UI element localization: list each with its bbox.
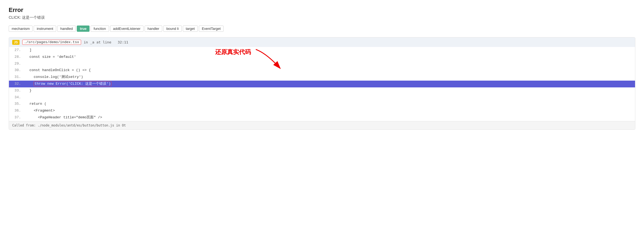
code-line-7: 33. } (9, 87, 635, 94)
called-from-bar: Called from: ./node_modules/antd/es/butt… (9, 121, 635, 129)
file-path: ./src/pages/demo/index.tsx (22, 40, 81, 45)
line-number-8: 34. (9, 95, 25, 100)
js-badge: JS (12, 40, 20, 45)
line-content-7: } (25, 88, 635, 94)
code-line-9: 35. return ( (9, 101, 635, 107)
code-area: 27. ]28. const size = 'default'29.30. co… (9, 47, 635, 121)
line-content-10: <Fragment> (25, 108, 635, 114)
line-content-6: throw new Error('CLICK: 这是一个错误') (25, 81, 635, 87)
code-line-6: 32. throw new Error('CLICK: 这是一个错误') (9, 81, 635, 87)
stack-frame: JS ./src/pages/demo/index.tsx in _a at l… (9, 37, 635, 130)
tag-key-mechanism: mechanism (9, 26, 33, 32)
main-container: Error CLICK: 这是一个错误 mechanisminstrumenth… (0, 0, 644, 247)
tags-row: mechanisminstrumenthandledtruefunctionad… (9, 26, 635, 32)
line-number-4: 30. (9, 68, 25, 73)
code-line-5: 31. console.log('测试setry') (9, 74, 635, 81)
line-number-5: 31. (9, 74, 25, 80)
tag-value-instrument: instrument (34, 26, 56, 32)
line-number-3: 29. (9, 61, 25, 67)
tag-key-target: target (183, 26, 198, 32)
tag-key-handled: handled (57, 26, 76, 32)
line-content-2: const size = 'default' (25, 54, 635, 60)
line-content-4: const handleOnClick = () => { (25, 68, 635, 73)
code-line-10: 36. <Fragment> (9, 107, 635, 114)
tag-key-handler: handler (145, 26, 162, 32)
line-number-11: 37. (9, 115, 25, 121)
line-number-7: 33. (9, 88, 25, 94)
line-number-1: 27. (9, 47, 25, 53)
code-line-2: 28. const size = 'default' (9, 54, 635, 61)
code-line-1: 27. ] (9, 47, 635, 54)
line-number-6: 32. (9, 81, 25, 87)
error-title: Error (9, 7, 635, 14)
tag-value-bound_li: bound li (163, 26, 182, 32)
line-content-5: console.log('测试setry') (25, 74, 635, 80)
code-line-4: 30. const handleOnClick = () => { (9, 67, 635, 74)
code-line-11: 37. <PageHeader title="demo页面" /> (9, 114, 635, 121)
line-content-11: <PageHeader title="demo页面" /> (25, 115, 635, 121)
line-number-9: 35. (9, 101, 25, 107)
line-number-10: 36. (9, 108, 25, 114)
tag-highlight-true: true (77, 26, 90, 32)
frame-location: in _a at line 32:11 (84, 40, 128, 44)
code-line-8: 34. (9, 94, 635, 101)
stack-frame-header: JS ./src/pages/demo/index.tsx in _a at l… (9, 37, 635, 47)
tag-key-function: function (91, 26, 109, 32)
line-content-9: return ( (25, 101, 635, 107)
boxed-code-content: throw new Error('CLICK: 这是一个错误') (34, 81, 111, 86)
error-subtitle: CLICK: 这是一个错误 (9, 15, 635, 20)
tag-value-addEventListener: addEventListener (110, 26, 144, 32)
line-number-2: 28. (9, 54, 25, 60)
code-line-3: 29. (9, 61, 635, 67)
line-content-1: ] (25, 47, 635, 53)
tag-value-EventTarget: EventTarget (199, 26, 224, 32)
